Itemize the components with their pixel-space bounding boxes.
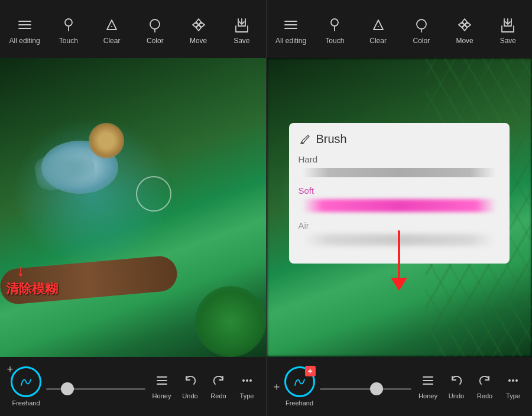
arrow-line xyxy=(398,230,400,278)
svg-point-14 xyxy=(249,379,252,382)
right-undo-icon xyxy=(450,374,463,390)
brush-option-soft[interactable]: Soft xyxy=(299,186,501,212)
type-label: Type xyxy=(240,392,254,399)
clear-icon xyxy=(102,15,121,34)
chinese-overlay-text: 清除模糊 xyxy=(6,280,58,298)
arrow-head xyxy=(391,278,407,291)
right-type-tool[interactable]: Type xyxy=(501,374,525,399)
right-freehand-button[interactable]: + Freehand xyxy=(284,366,315,407)
svg-point-28 xyxy=(508,379,511,382)
color-icon xyxy=(145,15,164,34)
left-image-area: ↓ 清除模糊 xyxy=(0,58,266,357)
menu-icon xyxy=(15,15,34,34)
right-type-label: Type xyxy=(506,392,520,399)
svg-point-24 xyxy=(301,142,303,144)
svg-point-20 xyxy=(378,26,379,27)
toolbar-item-touch[interactable]: Touch xyxy=(54,15,83,45)
right-save-label: Save xyxy=(500,37,516,45)
right-redo-tool[interactable]: Redo xyxy=(473,374,497,399)
svg-point-30 xyxy=(515,379,518,382)
brush-circle-indicator xyxy=(136,176,171,212)
freehand-button[interactable]: Freehand xyxy=(11,366,41,407)
right-color-icon xyxy=(412,15,431,34)
svg-point-12 xyxy=(242,379,245,382)
right-freehand-circle: + xyxy=(284,366,315,397)
right-bottom-tools: Honey Undo Redo xyxy=(416,374,527,399)
freehand-label: Freehand xyxy=(12,399,40,407)
right-save-icon xyxy=(498,15,517,34)
svg-point-3 xyxy=(65,19,72,26)
right-honey-label: Honey xyxy=(419,392,437,399)
brush-panel-header: Brush xyxy=(299,132,501,146)
undo-label: Undo xyxy=(182,392,197,399)
right-toolbar-item-touch[interactable]: Touch xyxy=(320,15,349,45)
right-honey-list-icon xyxy=(421,374,434,390)
right-slider[interactable] xyxy=(315,388,417,390)
svg-point-5 xyxy=(111,26,112,27)
type-tool[interactable]: Type xyxy=(235,374,259,399)
slider-thumb[interactable] xyxy=(61,382,74,395)
right-clear-label: Clear xyxy=(369,37,387,45)
left-slider[interactable] xyxy=(41,388,150,390)
honey-label: Honey xyxy=(153,392,171,399)
move-icon xyxy=(189,15,208,34)
right-toolbar-item-all-editing[interactable]: All editing xyxy=(275,15,306,45)
right-move-icon xyxy=(455,15,474,34)
toolbar-item-save[interactable]: Save xyxy=(227,15,257,45)
toolbar-item-clear[interactable]: Clear xyxy=(97,15,126,45)
honey-list-icon xyxy=(155,374,168,390)
soft-stroke-preview xyxy=(299,199,501,212)
honey-tool[interactable]: Honey xyxy=(150,374,174,399)
touch-label: Touch xyxy=(59,37,78,45)
brush-panel-title: Brush xyxy=(316,132,347,146)
right-color-label: Color xyxy=(413,37,430,45)
right-move-label: Move xyxy=(456,37,473,45)
right-touch-icon xyxy=(325,15,344,34)
left-toolbar: All editing Touch Clear xyxy=(0,0,266,58)
right-image-area: Brush Hard Soft Air xyxy=(267,58,533,357)
toolbar-item-move[interactable]: Move xyxy=(184,15,213,45)
plus-badge: + xyxy=(305,366,316,376)
hard-stroke-preview xyxy=(299,168,501,177)
left-bottom-bar: ＋ Freehand xyxy=(0,357,266,416)
all-editing-label: All editing xyxy=(9,37,40,45)
brush-option-hard[interactable]: Hard xyxy=(299,154,501,177)
redo-tool[interactable]: Redo xyxy=(207,374,231,399)
move-label: Move xyxy=(190,37,207,45)
down-arrow: ↓ xyxy=(17,261,25,280)
right-slider-track xyxy=(320,388,412,390)
right-toolbar-item-color[interactable]: Color xyxy=(407,15,436,45)
right-toolbar-item-save[interactable]: Save xyxy=(493,15,523,45)
right-touch-label: Touch xyxy=(325,37,344,45)
undo-tool[interactable]: Undo xyxy=(179,374,202,399)
right-honey-tool[interactable]: Honey xyxy=(416,374,440,399)
right-add-button[interactable]: ＋ xyxy=(271,379,282,394)
redo-label: Redo xyxy=(210,392,226,399)
red-arrow-indicator xyxy=(391,230,407,291)
left-scene: ↓ 清除模糊 xyxy=(0,58,266,357)
undo-icon xyxy=(184,374,197,390)
right-redo-icon xyxy=(478,374,491,390)
right-toolbar-item-move[interactable]: Move xyxy=(450,15,479,45)
right-all-editing-label: All editing xyxy=(275,37,306,45)
soft-label: Soft xyxy=(299,186,501,196)
right-redo-label: Redo xyxy=(477,392,492,399)
right-toolbar: All editing Touch Clear xyxy=(267,0,533,58)
air-label: Air xyxy=(299,220,501,230)
svg-point-6 xyxy=(150,20,160,29)
svg-point-29 xyxy=(512,379,514,382)
save-icon xyxy=(232,15,251,34)
slider-track xyxy=(46,388,145,390)
svg-point-13 xyxy=(246,379,248,382)
right-undo-tool[interactable]: Undo xyxy=(445,374,468,399)
right-undo-label: Undo xyxy=(449,392,464,399)
right-toolbar-item-clear[interactable]: Clear xyxy=(364,15,393,45)
color-label: Color xyxy=(147,37,164,45)
svg-point-18 xyxy=(331,19,338,26)
toolbar-item-color[interactable]: Color xyxy=(140,15,170,45)
type-dots-icon xyxy=(241,374,254,390)
right-slider-thumb[interactable] xyxy=(370,382,383,395)
toolbar-item-all-editing[interactable]: All editing xyxy=(9,15,40,45)
freehand-circle xyxy=(11,366,41,397)
save-label: Save xyxy=(233,37,249,45)
